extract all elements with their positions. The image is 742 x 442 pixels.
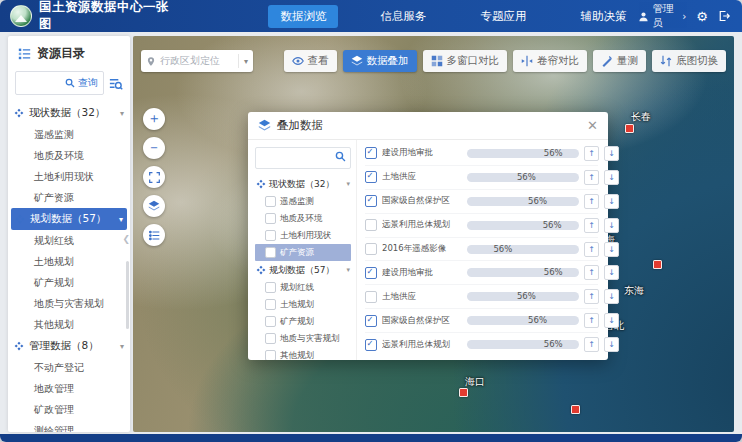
admin-region-locate-select[interactable]: 行政区划定位 ▾: [141, 50, 253, 72]
layer-checkbox[interactable]: [365, 195, 377, 207]
opacity-slider[interactable]: 56%: [467, 340, 579, 349]
map-marker-icon[interactable]: [571, 405, 580, 414]
opacity-slider[interactable]: 56%: [467, 197, 579, 206]
checkbox[interactable]: [265, 299, 276, 310]
tree-item[interactable]: 遥感监测: [8, 124, 130, 145]
advanced-search-icon[interactable]: [108, 76, 123, 91]
layer-checkbox[interactable]: [365, 243, 377, 255]
layer-checkbox[interactable]: [365, 147, 377, 159]
map-canvas[interactable]: 行政区划定位 ▾ 查看数据叠加多窗口对比卷帘对比量测底图切换 ＋－ 长春黄海东海…: [133, 36, 734, 432]
move-up-button[interactable]: ↑: [584, 242, 599, 257]
sidebar-search-input[interactable]: 查询: [15, 71, 104, 95]
dialog-tree-group[interactable]: 规划数据（57）▾: [255, 261, 351, 279]
layer-control-button[interactable]: [143, 195, 165, 217]
dialog-search-input[interactable]: [255, 147, 351, 169]
move-up-button[interactable]: ↑: [584, 313, 599, 328]
tree-item[interactable]: 不动产登记: [8, 357, 130, 378]
opacity-slider[interactable]: 56%: [467, 292, 579, 301]
tree-group[interactable]: 规划数据（57）▾: [11, 208, 127, 230]
full-extent-button[interactable]: [143, 166, 165, 188]
checkbox[interactable]: [265, 213, 276, 224]
move-down-button[interactable]: ↓: [604, 265, 619, 280]
dialog-tree-item[interactable]: 规划红线: [255, 279, 351, 296]
search-button[interactable]: 查询: [78, 76, 98, 90]
map-tool-button[interactable]: 量测: [593, 50, 646, 72]
opacity-slider[interactable]: 56%: [467, 221, 579, 230]
tree-item[interactable]: 测绘管理: [8, 420, 130, 432]
opacity-slider[interactable]: 56%: [467, 268, 579, 277]
dialog-tree-item[interactable]: 土地规划: [255, 296, 351, 313]
move-up-button[interactable]: ↑: [584, 146, 599, 161]
legend-button[interactable]: [143, 224, 165, 246]
opacity-slider[interactable]: 56%: [467, 316, 579, 325]
sidebar-collapse-handle[interactable]: ❮: [122, 234, 130, 244]
map-marker-icon[interactable]: [625, 124, 634, 133]
checkbox[interactable]: [265, 350, 276, 360]
tree-item[interactable]: 矿政管理: [8, 399, 130, 420]
sidebar-scrollbar[interactable]: [126, 261, 129, 329]
tree-item[interactable]: 土地利用现状: [8, 166, 130, 187]
dialog-tree-item[interactable]: 土地利用现状: [255, 227, 351, 244]
tree-group[interactable]: 管理数据（8）▾: [8, 335, 130, 357]
checkbox[interactable]: [265, 196, 276, 207]
checkbox[interactable]: [265, 230, 276, 241]
nav-item[interactable]: 辅助决策: [568, 5, 638, 28]
layer-checkbox[interactable]: [365, 267, 377, 279]
zoom-out-button[interactable]: －: [143, 137, 165, 159]
move-down-button[interactable]: ↓: [604, 194, 619, 209]
map-tool-button[interactable]: 多窗口对比: [423, 50, 508, 72]
move-down-button[interactable]: ↓: [604, 289, 619, 304]
tree-item[interactable]: 矿产资源: [8, 187, 130, 208]
map-marker-icon[interactable]: [459, 388, 468, 397]
opacity-slider[interactable]: 56%: [467, 173, 579, 182]
move-down-button[interactable]: ↓: [604, 313, 619, 328]
dialog-tree-item[interactable]: 矿产资源: [255, 244, 351, 261]
checkbox[interactable]: [265, 247, 276, 258]
checkbox[interactable]: [265, 282, 276, 293]
move-up-button[interactable]: ↑: [584, 218, 599, 233]
dialog-tree-group[interactable]: 现状数据（32）▾: [255, 175, 351, 193]
move-up-button[interactable]: ↑: [584, 194, 599, 209]
user-menu[interactable]: 管理员›: [638, 2, 686, 30]
nav-item[interactable]: 数据浏览: [268, 5, 338, 28]
dialog-tree-item[interactable]: 地质及环境: [255, 210, 351, 227]
move-up-button[interactable]: ↑: [584, 265, 599, 280]
move-up-button[interactable]: ↑: [584, 170, 599, 185]
opacity-slider[interactable]: 56%: [467, 149, 579, 158]
logout-icon[interactable]: [718, 10, 730, 22]
close-icon[interactable]: ✕: [587, 119, 598, 132]
nav-item[interactable]: 信息服务: [368, 5, 438, 28]
layer-checkbox[interactable]: [365, 315, 377, 327]
tree-item[interactable]: 规划红线: [8, 230, 130, 251]
tree-item[interactable]: 矿产规划: [8, 272, 130, 293]
layer-checkbox[interactable]: [365, 171, 377, 183]
dialog-tree-item[interactable]: 矿产规划: [255, 313, 351, 330]
checkbox[interactable]: [265, 333, 276, 344]
move-down-button[interactable]: ↓: [604, 242, 619, 257]
move-down-button[interactable]: ↓: [604, 337, 619, 352]
tree-item[interactable]: 其他规划: [8, 314, 130, 335]
tree-item[interactable]: 地质及环境: [8, 145, 130, 166]
tree-item[interactable]: 地质与灾害规划: [8, 293, 130, 314]
move-down-button[interactable]: ↓: [604, 170, 619, 185]
nav-item[interactable]: 专题应用: [468, 5, 538, 28]
dialog-tree-item[interactable]: 其他规划: [255, 347, 351, 360]
move-down-button[interactable]: ↓: [604, 218, 619, 233]
map-tool-button[interactable]: 底图切换: [652, 50, 726, 72]
map-tool-button[interactable]: 卷帘对比: [513, 50, 587, 72]
dialog-tree-item[interactable]: 遥感监测: [255, 193, 351, 210]
dialog-tree-item[interactable]: 地质与灾害规划: [255, 330, 351, 347]
zoom-in-button[interactable]: ＋: [143, 108, 165, 130]
settings-gear-icon[interactable]: ⚙: [696, 9, 708, 24]
move-down-button[interactable]: ↓: [604, 146, 619, 161]
tree-item[interactable]: 土地规划: [8, 251, 130, 272]
layer-checkbox[interactable]: [365, 339, 377, 351]
move-up-button[interactable]: ↑: [584, 337, 599, 352]
tree-group[interactable]: 现状数据（32）▾: [8, 102, 130, 124]
move-up-button[interactable]: ↑: [584, 289, 599, 304]
opacity-slider[interactable]: 56%: [467, 245, 579, 254]
map-marker-icon[interactable]: [653, 260, 662, 269]
map-tool-button[interactable]: 数据叠加: [343, 50, 417, 72]
map-tool-button[interactable]: 查看: [284, 50, 337, 72]
tree-item[interactable]: 地政管理: [8, 378, 130, 399]
